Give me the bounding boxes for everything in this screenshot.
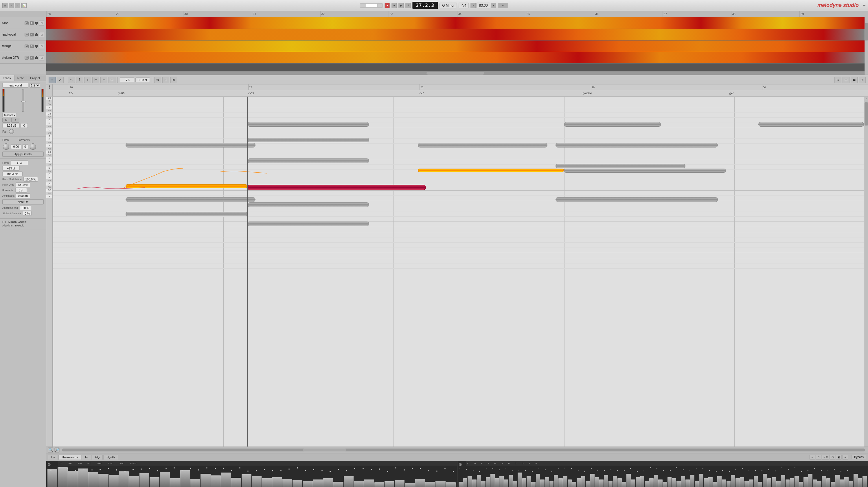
harm-bar-4[interactable] [88, 472, 98, 487]
pitch-tool-btn[interactable]: ⌇ [76, 77, 83, 83]
spec-bar-49[interactable] [681, 476, 685, 487]
formants-val[interactable]: 0 ct [16, 188, 27, 193]
spec-bar-35[interactable] [617, 478, 622, 487]
tab-note[interactable]: Note [14, 75, 27, 81]
settings-icon[interactable]: ⊞ [859, 77, 866, 83]
spec-bar-17[interactable] [536, 474, 540, 487]
solo-btn-strings[interactable]: S [30, 44, 34, 48]
spec-bar-89[interactable] [863, 476, 867, 487]
scroll-thumb-mt[interactable] [427, 72, 484, 75]
pitch-cents-value[interactable]: +19 ct [2, 166, 20, 171]
spec-bar-33[interactable] [609, 481, 613, 487]
harm-bar-20[interactable] [252, 476, 261, 487]
harm-bar-36[interactable] [415, 479, 425, 487]
harm-bar-35[interactable] [405, 483, 414, 487]
spec-bar-19[interactable] [545, 477, 549, 487]
spec-bar-69[interactable] [772, 477, 776, 487]
note-D4-1[interactable] [126, 143, 255, 148]
spec-bar-34[interactable] [613, 476, 617, 487]
editor-content[interactable]: C5 B Bb A Ab G4 F# F E Eb D Db C B Bb A … [46, 97, 868, 447]
spec-bar-59[interactable] [726, 481, 731, 487]
tune-down-icon[interactable]: ▼ [491, 3, 496, 8]
spec-bar-82[interactable] [831, 482, 835, 487]
zoom-in-btn[interactable]: 🔎 [54, 447, 60, 453]
harm-bar-24[interactable] [292, 480, 302, 487]
harmonics-panel-left[interactable]: ⚙ 100 200 400 800 1600 3200 6400 12800 [46, 461, 458, 487]
v-scroll-thumb-editor[interactable] [865, 102, 868, 126]
spec-bar-56[interactable] [713, 482, 717, 487]
note-off-btn[interactable]: Note Off [2, 199, 44, 204]
spec-bar-57[interactable] [717, 476, 722, 487]
harm-bar-32[interactable] [374, 482, 384, 487]
tab-project[interactable]: Project [27, 75, 43, 81]
harm-bar-10[interactable] [150, 477, 159, 487]
editor-main-area[interactable] [53, 97, 864, 447]
m-btn[interactable]: M [2, 118, 10, 123]
spec-bar-26[interactable] [577, 478, 581, 487]
spec-bar-65[interactable] [754, 476, 758, 487]
quantize-btn[interactable]: ⊛ [154, 77, 161, 83]
pan-knob[interactable] [9, 129, 14, 134]
spec-bar-24[interactable] [568, 480, 572, 487]
harm-bar-22[interactable] [272, 477, 282, 487]
pitch-knob[interactable] [3, 143, 9, 150]
harm-bar-8[interactable] [129, 476, 139, 487]
spec-bar-83[interactable] [835, 475, 840, 487]
note-D3-2[interactable] [556, 197, 718, 202]
harm-bar-19[interactable] [242, 474, 251, 487]
spec-bar-13[interactable] [518, 473, 522, 487]
spec-bar-31[interactable] [599, 480, 603, 487]
spec-bar-6[interactable] [486, 477, 490, 487]
pitch2-tool-btn[interactable]: ⊞ [108, 77, 116, 83]
note-icon[interactable]: ♪ [15, 3, 20, 8]
pitch-coarse-value[interactable]: G 3 [11, 161, 28, 165]
toggle-btn-3[interactable]: ◇ % [822, 455, 829, 459]
formants-knob[interactable] [30, 143, 36, 150]
solo-btn-bass[interactable]: S [30, 22, 34, 25]
spec-bar-48[interactable] [677, 481, 681, 487]
track-arm-gtr[interactable]: □ [39, 55, 44, 60]
spec-bar-28[interactable] [586, 481, 590, 487]
misc-btn[interactable]: ⊠ [170, 77, 177, 83]
spec-bar-5[interactable] [481, 481, 486, 487]
toggle-btn-2[interactable]: □ [816, 455, 822, 459]
spec-bar-43[interactable] [654, 475, 658, 487]
tab-eq[interactable]: EQ [92, 455, 103, 459]
note-Bb2-1[interactable] [126, 212, 247, 216]
track-arm-bass[interactable]: □ [39, 21, 44, 26]
spec-bar-12[interactable] [513, 481, 517, 487]
spec-bar-14[interactable] [522, 478, 527, 487]
spec-bar-88[interactable] [858, 478, 863, 487]
tune-up-icon[interactable]: ▲ [471, 3, 476, 8]
note-G2-1[interactable] [247, 222, 369, 226]
toggle-btn-4[interactable]: ◻ [830, 455, 835, 459]
channel-select[interactable]: 1-2 [30, 83, 40, 88]
note-G3-selected[interactable] [247, 185, 426, 190]
harm-bar-5[interactable] [98, 474, 108, 487]
zoom-out-btn[interactable]: 🔍 [48, 447, 53, 453]
spec-bar-9[interactable] [499, 476, 504, 487]
spec-bar-8[interactable] [495, 478, 499, 487]
spec-bar-29[interactable] [590, 474, 595, 487]
spec-bar-27[interactable] [581, 476, 586, 487]
h-scroll-thumb-editor[interactable] [303, 449, 346, 451]
spec-bar-85[interactable] [844, 477, 848, 487]
s-btn[interactable]: S [11, 118, 20, 123]
spec-bar-36[interactable] [622, 482, 626, 487]
harm-bar-25[interactable] [303, 481, 312, 487]
spec-bar-46[interactable] [668, 477, 672, 487]
spec-bar-60[interactable] [731, 475, 735, 487]
harm-bar-2[interactable] [68, 471, 78, 487]
spec-bar-63[interactable] [744, 481, 749, 487]
tab-harmonics[interactable]: Harmonics [58, 455, 81, 459]
spec-bar-44[interactable] [658, 480, 662, 487]
time-tool-btn[interactable]: ⊢ [92, 77, 99, 83]
note-D3-1[interactable] [126, 197, 255, 202]
spec-bar-11[interactable] [509, 475, 513, 487]
apply-offsets-btn[interactable]: Apply Offsets [2, 152, 44, 157]
spec-bar-7[interactable] [490, 474, 495, 487]
spec-bar-73[interactable] [790, 478, 794, 487]
snap-icon[interactable]: ⊕ [498, 3, 508, 8]
harm-bar-28[interactable] [333, 482, 343, 487]
harm-bar-34[interactable] [395, 480, 404, 487]
